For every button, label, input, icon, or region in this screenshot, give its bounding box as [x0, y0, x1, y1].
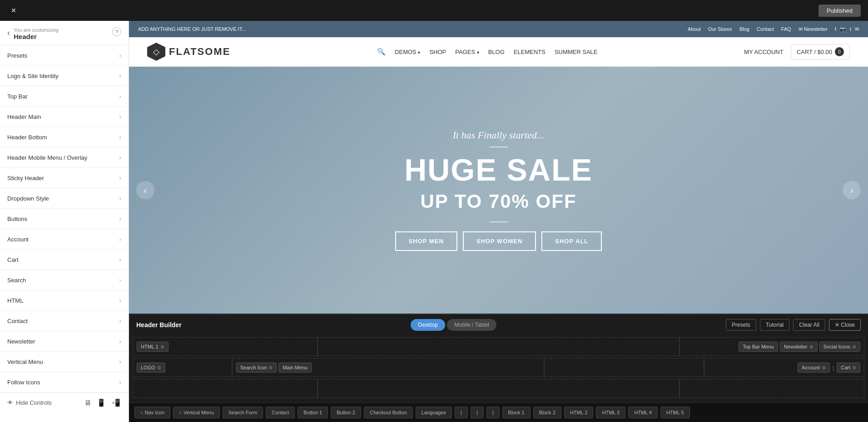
palette-button2[interactable]: Button 2 [331, 407, 361, 418]
logo-diamond-icon: ◇ [147, 43, 165, 61]
chevron-right-icon: › [119, 378, 121, 386]
palette-html3[interactable]: HTML 3 [596, 407, 625, 418]
sidebar-item-logo-site-identity[interactable]: Logo & Site Identity › [0, 66, 129, 86]
builder-palette: ≡ Nav Icon ≡ Vertical Menu Search Form C… [129, 402, 868, 422]
main-navigation: 🔍 DEMOS ▾ SHOP PAGES ▾ BLOG ELEMENTS SUM… [377, 48, 597, 56]
email-icon[interactable]: ✉ [855, 26, 859, 32]
top-link-contact[interactable]: Contact [757, 26, 774, 32]
sidebar-item-account[interactable]: Account › [0, 229, 129, 250]
palette-search-form[interactable]: Search Form [223, 407, 263, 418]
header-builder-title: Header Builder [136, 321, 182, 329]
cart-badge: 0 [835, 47, 844, 56]
cart-button[interactable]: CART / $0.00 0 [791, 44, 850, 59]
palette-nav-icon[interactable]: ≡ Nav Icon [134, 407, 170, 418]
palette-divider1[interactable]: | [455, 407, 468, 418]
builder-item-social-icons[interactable]: Social Icons ⚙ [819, 342, 860, 352]
shop-women-button[interactable]: SHOP WOMEN [463, 231, 536, 251]
desktop-device-button[interactable]: 🖥 [83, 397, 92, 408]
builder-item-main-menu[interactable]: Main Menu [278, 363, 311, 373]
site-logo[interactable]: ◇ FLATSOME [147, 43, 230, 61]
sidebar-title-group: You are customizing Header [14, 27, 112, 40]
sidebar-item-header-mobile[interactable]: Header Mobile Menu / Overlay › [0, 147, 129, 168]
bars-icon: ≡ [140, 410, 143, 415]
sidebar-item-cart[interactable]: Cart › [0, 250, 129, 270]
builder-device-tabs: Desktop Mobile / Tablet [411, 319, 496, 331]
nav-item-pages[interactable]: PAGES ▾ [455, 49, 479, 55]
builder-item-logo[interactable]: LOGO ⚙ [137, 363, 165, 373]
nav-item-blog[interactable]: BLOG [488, 49, 505, 55]
top-link-stores[interactable]: Our Stores [708, 26, 732, 32]
facebook-icon[interactable]: f [835, 26, 836, 32]
sidebar-item-contact[interactable]: Contact › [0, 311, 129, 331]
hide-controls-button[interactable]: 👁 Hide Controls [7, 399, 52, 406]
palette-contact[interactable]: Contact [266, 407, 295, 418]
hero-prev-button[interactable]: ‹ [136, 181, 154, 199]
nav-item-shop[interactable]: SHOP [429, 49, 446, 55]
builder-item-account[interactable]: Account ⚙ [798, 363, 830, 373]
chevron-right-icon: › [119, 72, 121, 79]
sidebar-bottom: 👁 Hide Controls 🖥 📱 📲 [0, 393, 129, 412]
palette-html4[interactable]: HTML 4 [628, 407, 658, 418]
palette-divider3[interactable]: | [486, 407, 500, 418]
palette-vertical-menu[interactable]: ≡ Vertical Menu [173, 407, 220, 418]
top-link-about[interactable]: About [688, 26, 701, 32]
shop-all-button[interactable]: SHOP ALL [541, 231, 602, 251]
builder-item-top-bar-menu[interactable]: Top Bar Menu [739, 342, 778, 352]
builder-item-newsletter[interactable]: Newsletter ⚙ [780, 342, 818, 352]
sidebar-item-header-bottom[interactable]: Header Bottom › [0, 127, 129, 147]
sidebar-item-sticky-header[interactable]: Sticky Header › [0, 168, 129, 188]
sidebar-item-vertical-menu[interactable]: Vertical Menu › [0, 352, 129, 372]
builder-tab-desktop[interactable]: Desktop [411, 319, 445, 331]
published-button[interactable]: Published [818, 5, 861, 17]
sidebar-item-presets[interactable]: Presets › [0, 45, 129, 66]
instagram-icon[interactable]: 📷 [840, 26, 846, 32]
sidebar-item-top-bar[interactable]: Top Bar › [0, 86, 129, 107]
admin-close-button[interactable]: × [7, 4, 20, 17]
palette-checkout-button[interactable]: Checkout Button [364, 407, 412, 418]
sidebar-back-button[interactable]: ‹ [7, 28, 10, 38]
builder-tab-mobile[interactable]: Mobile / Tablet [447, 319, 496, 331]
builder-close-button[interactable]: ✕ Close [829, 319, 861, 331]
tablet-device-button[interactable]: 📱 [96, 397, 107, 408]
chevron-right-icon: › [119, 52, 121, 59]
builder-item-cart[interactable]: Cart ⚙ [837, 363, 860, 373]
divider-pipe: | [832, 364, 835, 371]
palette-html2[interactable]: HTML 2 [564, 407, 594, 418]
sidebar-item-search[interactable]: Search › [0, 270, 129, 290]
my-account-link[interactable]: MY ACCOUNT [744, 49, 783, 55]
sidebar-item-newsletter[interactable]: Newsletter › [0, 331, 129, 352]
shop-men-button[interactable]: SHOP MEN [395, 231, 457, 251]
palette-languages[interactable]: Languages [416, 407, 452, 418]
hero-next-button[interactable]: › [843, 181, 861, 199]
mobile-device-button[interactable]: 📲 [110, 397, 121, 408]
sidebar-help-button[interactable]: ? [112, 27, 121, 36]
search-icon[interactable]: 🔍 [377, 48, 386, 56]
builder-row-bottom [133, 379, 864, 398]
twitter-icon[interactable]: t [850, 26, 851, 32]
sidebar-item-buttons[interactable]: Buttons › [0, 209, 129, 229]
nav-item-elements[interactable]: ELEMENTS [514, 49, 546, 55]
palette-divider2[interactable]: | [471, 407, 484, 418]
top-link-blog[interactable]: Blog [739, 26, 749, 32]
sidebar-item-header-main[interactable]: Header Main › [0, 107, 129, 127]
palette-block2[interactable]: Block 2 [533, 407, 561, 418]
palette-html5[interactable]: HTML 5 [660, 407, 690, 418]
sidebar-item-dropdown-style[interactable]: Dropdown Style › [0, 188, 129, 209]
top-nav-links: About Our Stores Blog Contact FAQ ✉ News… [688, 26, 859, 32]
sidebar-item-html[interactable]: HTML › [0, 290, 129, 311]
nav-item-summer-sale[interactable]: SUMMER SALE [555, 49, 598, 55]
builder-presets-button[interactable]: Presets [726, 319, 756, 331]
top-link-newsletter[interactable]: ✉ Newsletter [799, 26, 828, 32]
builder-item-search-icon[interactable]: Search Icon ⚙ [236, 363, 277, 373]
top-link-faq[interactable]: FAQ [781, 26, 791, 32]
builder-clear-all-button[interactable]: Clear All [793, 319, 825, 331]
chevron-right-icon: › [119, 93, 121, 100]
nav-item-demos[interactable]: DEMOS ▾ [395, 49, 420, 55]
palette-button1[interactable]: Button 1 [298, 407, 328, 418]
gear-icon: ⚙ [852, 344, 856, 349]
site-top-bar: ADD ANYTHING HERE OR JUST REMOVE IT... A… [129, 21, 868, 37]
sidebar-item-follow-icons[interactable]: Follow Icons › [0, 372, 129, 393]
builder-item-html1[interactable]: HTML 1 ⚙ [137, 342, 169, 352]
builder-tutorial-button[interactable]: Tutorial [760, 319, 790, 331]
palette-block1[interactable]: Block 1 [502, 407, 531, 418]
